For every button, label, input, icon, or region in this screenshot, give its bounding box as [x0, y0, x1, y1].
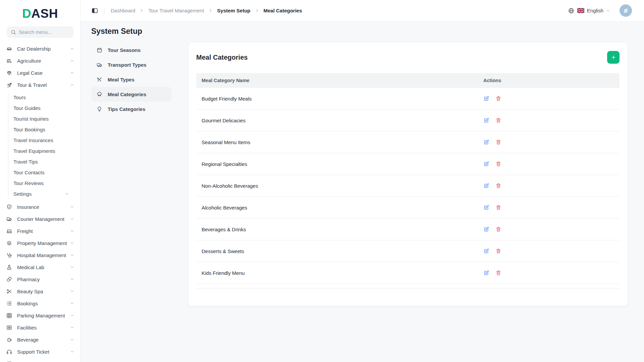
setup-nav-item-meal-types[interactable]: Meal Types — [91, 72, 172, 87]
sidebar-item-hospital-management[interactable]: Hospital Management — [0, 249, 80, 261]
actions-cell — [481, 161, 620, 167]
sidebar-subitem-settings[interactable]: Settings — [0, 188, 80, 199]
setup-nav-item-tour-seasons[interactable]: Tour Seasons — [91, 43, 172, 57]
sidebar-item-facilities[interactable]: Facilities — [0, 321, 80, 334]
page-content: System Setup Tour SeasonsTransport Types… — [80, 21, 644, 362]
setup-nav-item-tips-categories[interactable]: Tips Categories — [91, 102, 172, 116]
add-button[interactable] — [607, 51, 620, 64]
avatar[interactable] — [620, 4, 632, 17]
edit-button[interactable] — [483, 270, 489, 276]
chevron-right-icon — [140, 8, 144, 13]
breadcrumb: DashboardTour Travel ManagementSystem Se… — [111, 8, 568, 13]
app-root: DASH Car DealershipAgricultureLegal Case… — [0, 0, 644, 362]
sidebar: DASH Car DealershipAgricultureLegal Case… — [0, 0, 80, 362]
uk-flag-icon — [577, 8, 584, 13]
meal-category-name-cell: Alcoholic Beverages — [196, 205, 481, 210]
actions-cell — [481, 226, 620, 232]
calendar-icon — [96, 47, 103, 53]
sidebar-item-agriculture[interactable]: Agriculture — [0, 55, 80, 67]
sidebar-subitem-tour-bookings[interactable]: Tour Bookings — [0, 124, 80, 135]
edit-button[interactable] — [483, 96, 489, 102]
table-row: Budget Friendly Meals — [196, 88, 620, 110]
bulb-icon — [96, 106, 103, 112]
sidebar-subitem-tour-reviews[interactable]: Tour Reviews — [0, 178, 80, 188]
brand-logo: DASH — [0, 7, 80, 20]
chevron-right-icon — [255, 8, 259, 13]
sidebar-item-insurance[interactable]: Insurance — [0, 201, 80, 213]
sidebar-subitem-tours[interactable]: Tours — [0, 92, 80, 103]
sidebar-item-support-ticket[interactable]: Support Ticket — [0, 346, 80, 358]
sidebar-submenu: ToursTour GuidesTourist InquiriesTour Bo… — [0, 91, 80, 201]
chevron-down-icon — [70, 205, 74, 209]
breadcrumb-item-system-setup[interactable]: System Setup — [217, 8, 250, 13]
sidebar-subitem-tour-guides[interactable]: Tour Guides — [0, 103, 80, 113]
delete-button[interactable] — [495, 248, 501, 254]
sidebar-subitem-travel-insurances[interactable]: Travel Insurances — [0, 135, 80, 145]
table-row: Regional Specialties — [196, 153, 620, 175]
edit-button[interactable] — [483, 183, 489, 189]
delete-button[interactable] — [495, 161, 501, 167]
delete-button[interactable] — [495, 204, 501, 210]
delete-button[interactable] — [495, 183, 501, 189]
chevron-down-icon — [70, 253, 74, 257]
edit-button[interactable] — [483, 248, 489, 254]
table-row: Beverages & Drinks — [196, 219, 620, 240]
list-icon — [6, 300, 12, 307]
breadcrumb-item-meal-categories[interactable]: Meal Categories — [264, 8, 302, 13]
sidebar-item-car-dealership[interactable]: Car Dealership — [0, 43, 80, 55]
sidebar-subitem-tour-contacts[interactable]: Tour Contacts — [0, 167, 80, 178]
edit-button[interactable] — [483, 204, 489, 210]
sidebar-subitem-travel-tips[interactable]: Travel Tips — [0, 156, 80, 167]
sidebar-item-medical-lab[interactable]: Medical Lab — [0, 261, 80, 273]
edit-button[interactable] — [483, 226, 489, 232]
edit-button[interactable] — [483, 139, 489, 145]
sidebar-item-beauty-spa[interactable]: Beauty Spa — [0, 285, 80, 297]
sidebar-toggle-icon[interactable] — [91, 7, 98, 14]
actions-cell — [481, 248, 620, 254]
search-icon — [10, 29, 16, 35]
sidebar-item-garage-management[interactable]: Garage Management — [0, 358, 80, 362]
language-label: English — [587, 8, 603, 13]
chevron-down-icon — [70, 71, 74, 75]
sidebar-item-courier-management[interactable]: Courier Management — [0, 213, 80, 225]
sidebar-item-legal-case[interactable]: Legal Case — [0, 67, 80, 79]
search-input[interactable] — [7, 26, 73, 38]
meal-category-name-cell: Kids Friendly Menu — [196, 270, 481, 276]
car-icon — [6, 46, 12, 52]
sidebar-subitem-tourist-inquiries[interactable]: Tourist Inquiries — [0, 113, 80, 124]
sidebar-item-pharmacy[interactable]: Pharmacy — [0, 273, 80, 285]
language-selector[interactable]: English — [568, 7, 610, 14]
sidebar-item-beverage[interactable]: Beverage — [0, 334, 80, 346]
sidebar-subitem-travel-equipments[interactable]: Travel Equipments — [0, 145, 80, 156]
edit-button[interactable] — [483, 161, 489, 167]
sidebar-item-bookings[interactable]: Bookings — [0, 297, 80, 309]
delete-button[interactable] — [495, 96, 501, 102]
setup-nav-item-meal-categories[interactable]: Meal Categories — [91, 87, 172, 102]
plane-icon — [6, 82, 12, 88]
meal-categories-table: Meal Category Name Actions Budget Friend… — [196, 73, 620, 289]
meal-category-name-cell: Non-Alcoholic Beverages — [196, 183, 481, 189]
chevron-down-icon — [70, 265, 74, 269]
sidebar-item-parking-management[interactable]: Parking Management — [0, 309, 80, 321]
sidebar-item-property-management[interactable]: Property Management — [0, 237, 80, 249]
breadcrumb-item-tour-travel-management[interactable]: Tour Travel Management — [148, 8, 204, 13]
breadcrumb-item-dashboard[interactable]: Dashboard — [111, 8, 135, 13]
setup-nav-item-transport-types[interactable]: Transport Types — [91, 57, 172, 72]
table-row: Alcoholic Beverages — [196, 197, 620, 219]
meal-category-name-cell: Desserts & Sweets — [196, 248, 481, 254]
delete-button[interactable] — [495, 226, 501, 232]
column-header-actions: Actions — [481, 78, 620, 83]
scissors-icon — [6, 288, 12, 295]
delete-button[interactable] — [495, 139, 501, 145]
topbar-divider — [104, 7, 105, 14]
table-header-row: Meal Category Name Actions — [196, 73, 620, 88]
globe-icon — [568, 7, 575, 14]
sidebar-item-tour-and-travel[interactable]: Tour & Travel — [0, 79, 80, 91]
delete-button[interactable] — [495, 270, 501, 276]
edit-button[interactable] — [483, 117, 489, 123]
delete-button[interactable] — [495, 117, 501, 123]
chevron-down-icon — [70, 325, 74, 329]
sidebar-item-freight[interactable]: Freight — [0, 225, 80, 237]
scale-icon — [6, 70, 12, 76]
garage-icon — [6, 324, 12, 331]
